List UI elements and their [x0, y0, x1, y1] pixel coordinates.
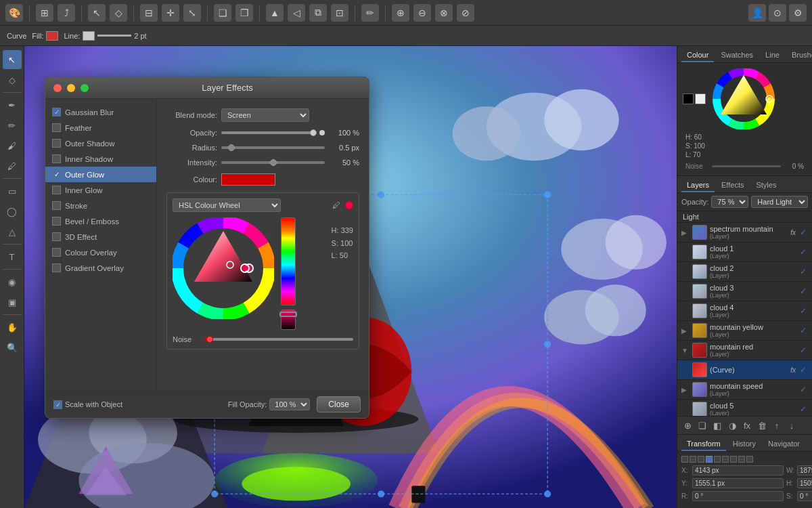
layer-vis-cloud2[interactable]: ✓ — [798, 267, 808, 276]
effect-gradient-overlay[interactable]: Gradient Overlay — [45, 260, 156, 276]
paste-icon[interactable]: ❒ — [235, 4, 253, 22]
grid-icon[interactable]: ⊞ — [36, 4, 53, 22]
tab-navigator[interactable]: Navigator — [763, 438, 805, 451]
tab-history[interactable]: History — [727, 438, 761, 451]
effect-colour-overlay[interactable]: Colour Overlay — [45, 245, 156, 260]
tsq-1[interactable] — [681, 456, 688, 463]
layers-fx[interactable]: fx — [741, 419, 753, 431]
layer-item-curve[interactable]: (Curve) fx ✓ — [677, 360, 812, 380]
effect-3d-effect[interactable]: 3D Effect — [45, 229, 156, 245]
opacity-select-layers[interactable]: 75 % 100 % 50 % — [711, 196, 748, 208]
layers-move-down[interactable]: ↓ — [786, 419, 798, 431]
color-wheel-select[interactable]: HSL Colour Wheel RGB Sliders HSB Sliders — [173, 198, 281, 212]
lightness-bar[interactable] — [281, 310, 296, 330]
export-icon[interactable]: ⊡ — [331, 4, 348, 22]
tool-brush[interactable]: 🖌 — [3, 136, 22, 155]
app-logo[interactable]: 🎨 — [5, 4, 23, 22]
tool-shape[interactable]: ▭ — [3, 182, 22, 200]
layer-item-mountain-speed[interactable]: ▶ mountain speed (Layer) ✓ — [677, 380, 812, 400]
r-input[interactable] — [692, 491, 784, 501]
tool-ellipse[interactable]: ◯ — [3, 202, 22, 221]
effect-checkbox-stroke[interactable] — [52, 201, 61, 210]
blend-mode-select[interactable]: Screen Normal Multiply Overlay — [221, 108, 309, 122]
share-icon[interactable]: ⤴ — [58, 4, 75, 22]
pointer-icon[interactable]: ↖ — [88, 4, 106, 22]
layers-add-group[interactable]: ⊕ — [681, 419, 694, 431]
fill-opacity-select[interactable]: 100 % 75 % 50 % — [269, 398, 310, 410]
effect-checkbox-feather[interactable] — [52, 123, 61, 132]
tab-swatches[interactable]: Swatches — [715, 49, 759, 62]
layer-vis-curve[interactable]: ✓ — [798, 365, 808, 375]
effect-checkbox-bevel-emboss[interactable] — [52, 217, 61, 226]
publish-icon[interactable]: ⊘ — [457, 4, 474, 22]
tool-text[interactable]: T — [3, 247, 22, 266]
effect-feather[interactable]: Feather — [45, 120, 156, 135]
tsq-2[interactable] — [690, 456, 696, 463]
y-input[interactable] — [692, 478, 784, 488]
hue-spectrum-bar[interactable] — [281, 217, 296, 305]
transform-icon[interactable]: ⤡ — [183, 4, 201, 22]
page-icon[interactable]: ⊕ — [392, 4, 409, 22]
layer-item-spectrum-mountain[interactable]: ▶ spectrum mountain (Layer) fx ✓ — [677, 223, 812, 242]
opacity-slider-thumb[interactable] — [310, 129, 317, 136]
effect-checkbox-inner-shadow[interactable] — [52, 154, 61, 163]
tab-layers[interactable]: Layers — [681, 179, 715, 192]
tsq-5[interactable] — [714, 456, 721, 463]
dialog-minimize-btn[interactable] — [67, 84, 75, 92]
tsq-9[interactable] — [746, 456, 753, 463]
layer-expand-icon[interactable]: ▶ — [681, 229, 690, 236]
tab-brushes[interactable]: Brushes — [786, 49, 812, 62]
effect-checkbox-3d-effect[interactable] — [52, 232, 61, 241]
tab-effects[interactable]: Effects — [716, 179, 749, 192]
effect-outer-shadow[interactable]: Outer Shadow — [45, 135, 156, 151]
layer-item-cloud2[interactable]: cloud 2 (Layer) ✓ — [677, 262, 812, 282]
scale-checkbox-box[interactable]: ✓ — [53, 400, 62, 409]
tool-zoom[interactable]: 🔍 — [3, 338, 22, 357]
effect-checkbox-colour-overlay[interactable] — [52, 248, 61, 257]
intensity-slider-thumb[interactable] — [270, 159, 277, 166]
tool-node[interactable]: ◇ — [3, 70, 22, 89]
layer-vis-spectrum[interactable]: ✓ — [798, 228, 808, 237]
colour-swatch[interactable] — [221, 173, 275, 186]
mini-colour-wheel-svg[interactable] — [710, 68, 777, 129]
layer-expand-mountain-yellow[interactable]: ▶ — [681, 327, 690, 335]
account-icon[interactable]: 👤 — [748, 4, 766, 22]
layers-adjustment[interactable]: ◑ — [726, 419, 738, 431]
help-icon[interactable]: ⊙ — [769, 4, 786, 22]
effect-inner-glow[interactable]: Inner Glow — [45, 182, 156, 198]
mini-swatch-black[interactable] — [683, 93, 694, 104]
layers-duplicate[interactable]: ❏ — [696, 419, 708, 431]
layer-vis-cloud1[interactable]: ✓ — [798, 247, 808, 257]
opacity-slider-track[interactable] — [221, 131, 315, 134]
effect-stroke[interactable]: Stroke — [45, 198, 156, 213]
layer-icon[interactable]: ⧉ — [309, 4, 327, 22]
blend-mode-select-layers[interactable]: Hard Light Normal Screen Multiply — [751, 196, 808, 208]
layer-expand-mountain-speed[interactable]: ▶ — [681, 386, 690, 394]
back-icon[interactable]: ◁ — [288, 4, 305, 22]
arrange-icon[interactable]: ⊖ — [413, 4, 431, 22]
grid2-icon[interactable]: ⊟ — [140, 4, 158, 22]
tool-fill[interactable]: ◉ — [3, 272, 22, 291]
move-icon[interactable]: ✛ — [162, 4, 179, 22]
layer-vis-mountain-red[interactable]: ✓ — [798, 345, 808, 355]
tsq-7[interactable] — [730, 456, 737, 463]
layers-mask[interactable]: ◧ — [711, 419, 723, 431]
tsq-3[interactable] — [698, 456, 704, 463]
triangle-icon[interactable]: ▲ — [266, 4, 284, 22]
scale-with-object-checkbox[interactable]: ✓ Scale with Object — [53, 400, 122, 409]
effect-checkbox-inner-glow[interactable] — [52, 186, 61, 194]
x-input[interactable] — [692, 465, 784, 475]
noise-thumb[interactable] — [206, 336, 213, 343]
layer-expand-mountain-red[interactable]: ▼ — [681, 347, 690, 354]
layer-vis-cloud3[interactable]: ✓ — [798, 287, 808, 296]
layer-item-cloud1[interactable]: cloud 1 (Layer) ✓ — [677, 242, 812, 262]
eyedropper-tool[interactable]: 🖊 — [330, 199, 342, 211]
tool-hand[interactable]: ✋ — [3, 318, 22, 337]
radius-slider-track[interactable] — [221, 146, 325, 149]
layer-vis-cloud4[interactable]: ✓ — [798, 306, 808, 316]
effect-checkbox-gradient-overlay[interactable] — [52, 263, 61, 272]
radius-slider-thumb[interactable] — [228, 144, 235, 151]
brush-icon[interactable]: ✏ — [361, 4, 379, 22]
canvas-area[interactable]: Layer Effects ✓ Gaussian Blur Feather — [24, 46, 677, 508]
tsq-8[interactable] — [738, 456, 745, 463]
